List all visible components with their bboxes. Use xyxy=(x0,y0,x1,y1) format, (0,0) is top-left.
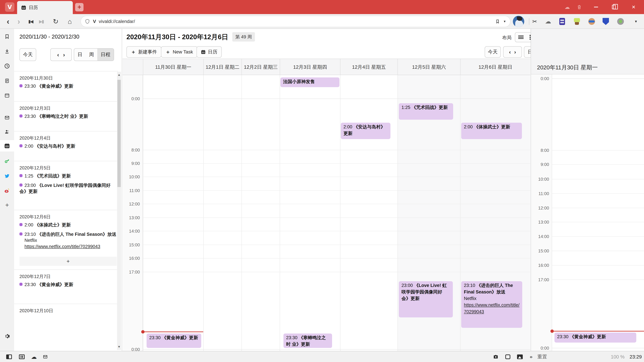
agenda-view-agenda[interactable]: 日程 xyxy=(97,49,114,61)
day-header-wed[interactable]: 12月2日 星期三 xyxy=(242,59,280,75)
face-extension-icon[interactable] xyxy=(587,14,596,29)
event-jujutsu-kaisen[interactable]: 1:25 《咒术回战》更新 xyxy=(399,103,453,120)
downloads-panel-icon[interactable] xyxy=(0,46,14,56)
agenda-event[interactable]: 23:30 《黄金神威》更新 xyxy=(20,83,117,89)
restore-button[interactable] xyxy=(609,0,619,14)
calendar-select-button[interactable]: 日历 xyxy=(196,46,222,58)
agenda-event[interactable]: 23:30 《寒蝉鸣泣之时 业》更新 xyxy=(20,113,117,119)
bookmarks-panel-icon[interactable] xyxy=(0,31,14,41)
scissors-extension-icon[interactable]: ✂ xyxy=(530,14,539,29)
reload-button[interactable]: ↻ xyxy=(50,14,61,29)
event-attack-on-titan[interactable]: 23:10 《进击的巨人 The Final Season》放送Netflixh… xyxy=(461,281,522,328)
forward-button[interactable]: › xyxy=(14,14,24,29)
plant-extension-icon[interactable] xyxy=(572,14,582,29)
event-golden-kamuy-day[interactable]: 23:30 《黄金神威》更新 xyxy=(554,333,636,343)
event-link[interactable]: https://www.netflix.com/title/70299043 xyxy=(464,302,520,315)
calendar-main: 2020年11月30日 - 2020年12月6日 第 49 周 ＋新建事件 ＋N… xyxy=(122,29,530,351)
tab-calendar[interactable]: 日历 xyxy=(17,1,73,14)
sync-status-icon[interactable]: ☁ xyxy=(29,351,39,362)
webpanel-weibo-icon[interactable] xyxy=(0,186,14,196)
event-taiso-samurai[interactable]: 2:00 《体操武士》更新 xyxy=(461,123,522,139)
minimize-button[interactable] xyxy=(591,0,601,14)
close-button[interactable]: ✕ xyxy=(628,0,639,14)
next-arrow-icon[interactable]: › xyxy=(514,49,516,55)
tiling-status-icon[interactable] xyxy=(17,351,27,362)
agenda-event[interactable]: 2:00 《体操武士》更新 xyxy=(20,222,117,228)
bookmark-dropdown-icon[interactable]: ▼ xyxy=(503,20,506,23)
mail-status-icon[interactable] xyxy=(40,351,50,362)
images-toggle-icon[interactable] xyxy=(515,351,525,362)
add-webpanel-icon[interactable]: ＋ xyxy=(0,200,14,210)
agenda-event[interactable]: 23:00 《Love Live! 虹咲学园学园偶像同好会》更新 xyxy=(20,182,117,195)
agenda-event[interactable]: 23:10 《进击的巨人 The Final Season》放送Netflixh… xyxy=(20,231,117,250)
agenda-scrollbar[interactable]: ▲ ▼ xyxy=(117,72,121,350)
agenda-event[interactable]: 23:30 《黄金神威》更新 xyxy=(20,282,117,288)
event-adachi-shimamura[interactable]: 2:00 《安达与岛村》更新 xyxy=(341,123,390,139)
list-extension-icon[interactable] xyxy=(558,14,567,29)
new-event-button[interactable]: ＋新建事件 xyxy=(126,46,161,58)
address-bar[interactable]: V vivaldi://calendar/ ▼ xyxy=(80,16,510,27)
day-header-sat[interactable]: 12月5日 星期六 xyxy=(398,59,460,75)
calendar-panel-icon[interactable] xyxy=(0,140,14,151)
fast-forward-button[interactable]: ▶▮ xyxy=(36,14,46,29)
day-header-thu[interactable]: 12月3日 星期四 xyxy=(280,59,340,75)
home-button[interactable]: ⌂ xyxy=(64,14,75,29)
agenda-prev-next[interactable]: ‹› xyxy=(50,48,72,61)
new-task-button[interactable]: ＋New Task xyxy=(161,46,198,58)
webpanel-twitter-icon[interactable] xyxy=(0,171,14,181)
contacts-panel-icon[interactable] xyxy=(0,127,14,137)
agenda-view-week[interactable]: 周 xyxy=(86,49,97,61)
event-dot-icon xyxy=(20,174,22,177)
extensions-dropdown-icon[interactable]: ▼ xyxy=(631,14,641,29)
history-panel-icon[interactable] xyxy=(0,61,14,71)
page-actions-icon[interactable] xyxy=(503,351,513,362)
scroll-down-icon[interactable]: ▼ xyxy=(117,345,121,349)
url-text[interactable]: vivaldi://calendar/ xyxy=(99,19,496,24)
trash-tabs-icon[interactable] xyxy=(574,0,584,14)
mail-panel-icon[interactable] xyxy=(0,113,14,123)
webpanel-key-icon[interactable] xyxy=(0,156,14,166)
next-arrow-icon[interactable]: › xyxy=(63,51,65,58)
lens-extension-icon[interactable] xyxy=(616,14,625,29)
prev-arrow-icon[interactable]: ‹ xyxy=(509,49,511,55)
event-genshin-allday[interactable]: 法国小原神发售 xyxy=(280,77,340,87)
notes-panel-icon[interactable] xyxy=(0,76,14,86)
event-love-live[interactable]: 23:00 《Love Live! 虹咲学园学园偶像同好会》更新 xyxy=(399,281,453,318)
agenda-event[interactable]: 2:00 《安达与岛村》更新 xyxy=(20,143,117,149)
new-tab-button[interactable]: + xyxy=(75,3,84,11)
vivaldi-menu-button[interactable]: V xyxy=(5,2,14,12)
layout-compact-icon[interactable] xyxy=(515,32,526,42)
prev-arrow-icon[interactable]: ‹ xyxy=(57,51,59,58)
window-panel-icon[interactable] xyxy=(0,90,14,100)
scrollbar-thumb[interactable] xyxy=(118,80,121,187)
panel-toggle-status-icon[interactable] xyxy=(4,351,14,362)
day-header-tue[interactable]: 12月1日 星期二 xyxy=(203,59,242,75)
agenda-add-event-button[interactable]: + xyxy=(20,257,117,266)
agenda-today-button[interactable]: 今天 xyxy=(20,48,36,61)
day-header-sun[interactable]: 12月6日 星期日 xyxy=(460,59,530,75)
scroll-up-icon[interactable]: ▲ xyxy=(117,73,121,77)
calendar-prev-next[interactable]: ‹› xyxy=(503,46,522,58)
code-icon[interactable]: ‹› xyxy=(526,351,535,362)
shield-extension-icon[interactable] xyxy=(601,14,610,29)
agenda-event-link[interactable]: https://www.netflix.com/title/70299043 xyxy=(24,244,117,250)
week-grid[interactable]: 0:00 8:00 9:00 10:00 11:00 12:00 13:00 1… xyxy=(122,75,530,351)
event-golden-kamuy-mon[interactable]: 23:30 《黄金神威》更新 xyxy=(146,334,201,348)
current-time-dot xyxy=(141,330,144,334)
event-higurashi[interactable]: 23:30 《寒蝉鸣泣之时 业》更新 xyxy=(284,334,332,348)
bookmark-flag-icon[interactable] xyxy=(496,19,500,24)
agenda-view-day[interactable]: 日 xyxy=(74,49,86,61)
day-header-fri[interactable]: 12月4日 星期五 xyxy=(340,59,398,75)
back-button[interactable]: ‹ xyxy=(3,14,13,29)
time-label: 11:00 xyxy=(531,191,549,196)
day-header-mon[interactable]: 11月30日 星期一 xyxy=(143,59,203,75)
sync-cloud-icon[interactable]: ☁ xyxy=(562,0,572,14)
cloud-extension-icon[interactable]: ☁ xyxy=(544,14,553,29)
agenda-event[interactable]: 1:25 《咒术回战》更新 xyxy=(20,173,117,179)
capture-page-icon[interactable] xyxy=(491,351,501,362)
profile-avatar[interactable] xyxy=(513,16,524,27)
rewind-button[interactable]: ▮◀ xyxy=(26,14,36,29)
calendar-today-button[interactable]: 今天 xyxy=(485,46,501,58)
settings-gear-icon[interactable] xyxy=(0,331,14,341)
zoom-reset-button[interactable]: 重置 xyxy=(537,351,547,362)
